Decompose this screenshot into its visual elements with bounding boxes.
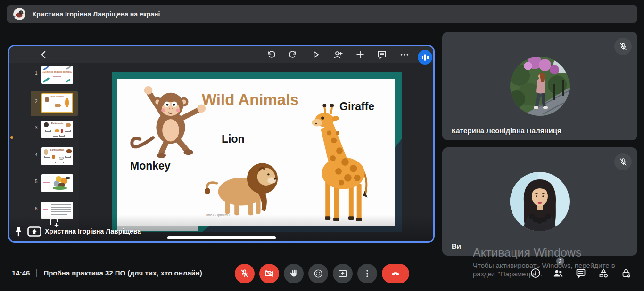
- plus-icon: [355, 49, 365, 60]
- slide-thumbnail-2: Wild Animals: [41, 93, 73, 113]
- presenter-name-label: Христина Ігорівна Лавріщева: [45, 227, 141, 235]
- presenting-banner: Христина Ігорівна Лавріщева на екрані: [7, 5, 637, 23]
- participant-avatar: [510, 57, 570, 116]
- monkey-image: [124, 81, 218, 160]
- mic-muted-icon: [614, 38, 632, 55]
- thumb-number: 4: [35, 152, 38, 157]
- presence-dot: [10, 136, 13, 139]
- slide-thumbnail-5: [41, 174, 73, 192]
- shared-screen-tile[interactable]: 1 «Domestic and wild animals» 2 Wild Ani…: [8, 45, 435, 242]
- people-icon[interactable]: [553, 267, 564, 279]
- divider: [36, 269, 37, 277]
- thumb-number: 5: [35, 179, 38, 184]
- comments-icon: [377, 49, 387, 60]
- host-controls-icon[interactable]: [620, 267, 632, 279]
- more-options-button[interactable]: [357, 264, 377, 283]
- participant-count-badge: 3: [556, 257, 564, 265]
- present-play-icon: [311, 49, 321, 60]
- watermark-line1: Активация Windows: [473, 246, 615, 259]
- call-controls: [235, 264, 409, 283]
- slides-toolbar: [9, 46, 433, 63]
- participant-avatar: [510, 172, 570, 231]
- presenting-banner-text: Христина Ігорівна Лавріщева на екрані: [32, 10, 160, 18]
- pin-icon[interactable]: [14, 226, 23, 237]
- horizontal-scrollbar: [167, 236, 276, 239]
- thumb-title: «Domestic and wild animals»: [41, 71, 73, 73]
- slide-frame: Wild Animals Giraffe Lion Monkey: [112, 72, 402, 232]
- reactions-button[interactable]: [308, 264, 328, 283]
- camera-toggle-button[interactable]: [259, 264, 279, 283]
- slide-thumbnail-3: Pet Animals: [41, 121, 73, 138]
- current-slide: Wild Animals Giraffe Lion Monkey: [117, 79, 395, 226]
- thumb-number: 6: [35, 206, 38, 211]
- right-action-icons: [530, 267, 632, 279]
- pop-out-tab-icon[interactable]: [49, 217, 60, 228]
- participant-name: Ви: [452, 242, 461, 250]
- raise-hand-button[interactable]: [284, 264, 304, 283]
- more-options-icon: [399, 49, 410, 60]
- meeting-details-icon[interactable]: [530, 267, 541, 279]
- back-icon: [39, 49, 49, 60]
- mic-muted-icon: [614, 153, 632, 170]
- redo-icon: [288, 49, 298, 60]
- add-person-icon: [333, 49, 343, 60]
- clock: 14:46: [12, 269, 30, 277]
- chat-icon[interactable]: [575, 267, 586, 279]
- lion-label: Lion: [222, 133, 245, 146]
- monkey-label: Monkey: [130, 160, 171, 172]
- slide-thumbnail-1: «Domestic and wild animals»: [41, 66, 73, 84]
- activities-icon[interactable]: [598, 267, 609, 279]
- participant-tile-remote[interactable]: Катерина Леонідівна Паляниця: [442, 32, 637, 140]
- participant-name: Катерина Леонідівна Паляниця: [452, 127, 561, 135]
- end-call-button[interactable]: [382, 264, 409, 283]
- present-overlay-icon[interactable]: [27, 226, 41, 237]
- thumb-number: 2: [35, 99, 38, 104]
- undo-icon: [266, 49, 276, 60]
- thumb-number: 1: [35, 71, 38, 76]
- meeting-title: Пробна практика 32 ПО (для тих, хто онла…: [43, 269, 202, 277]
- meeting-info: 14:46 Пробна практика 32 ПО (для тих, хт…: [12, 269, 202, 277]
- audio-playing-indicator: [418, 50, 432, 65]
- present-screen-button[interactable]: [333, 264, 353, 283]
- participant-tile-self[interactable]: Ви: [442, 147, 637, 256]
- slide-thumbnail-4: Farm Animals: [41, 147, 73, 165]
- lion-image: [202, 154, 281, 220]
- mic-toggle-button[interactable]: [235, 264, 255, 283]
- thumb-number: 3: [35, 125, 38, 130]
- meet-window: Христина Ігорівна Лавріщева на екрані: [0, 0, 644, 291]
- giraffe-image: [305, 98, 375, 225]
- presenter-avatar: [13, 8, 25, 20]
